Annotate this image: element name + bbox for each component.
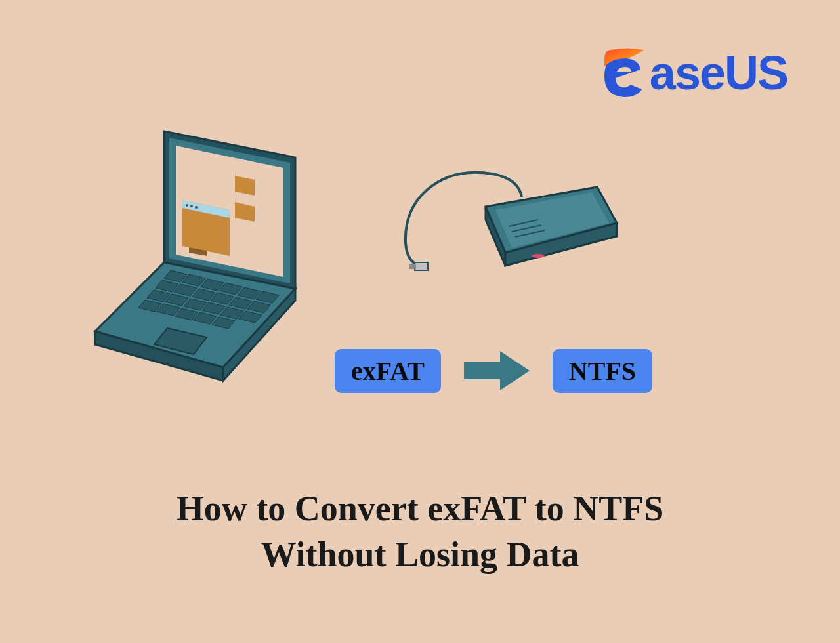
svg-point-1 — [190, 205, 193, 207]
ntfs-badge: NTFS — [553, 349, 652, 393]
brand-logo: aseUS — [601, 46, 788, 100]
svg-point-2 — [195, 206, 198, 209]
svg-point-8 — [532, 254, 545, 258]
svg-rect-3 — [415, 262, 428, 270]
external-drive-illustration — [400, 164, 630, 302]
conversion-badges: exFAT NTFS — [335, 348, 652, 394]
logo-icon — [601, 47, 647, 99]
title-line-2: Without Losing Data — [0, 531, 840, 577]
exfat-badge: exFAT — [335, 349, 441, 393]
svg-rect-4 — [410, 264, 416, 269]
title-line-1: How to Convert exFAT to NTFS — [0, 486, 840, 531]
arrow-right-icon — [461, 348, 533, 394]
logo-text: aseUS — [650, 46, 788, 100]
laptop-illustration — [92, 125, 374, 407]
svg-point-0 — [186, 204, 188, 207]
page-title: How to Convert exFAT to NTFS Without Los… — [0, 486, 840, 577]
